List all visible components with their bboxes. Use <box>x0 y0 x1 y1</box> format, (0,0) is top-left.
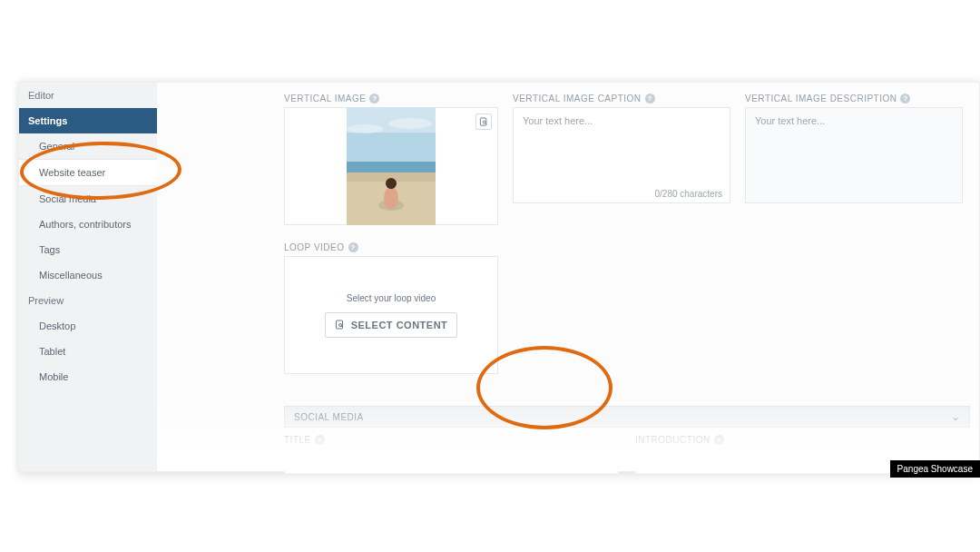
vertical-description-field: VERTICAL IMAGE DESCRIPTION ? Your text h… <box>745 94 963 225</box>
label-text: VERTICAL IMAGE DESCRIPTION <box>745 94 897 104</box>
sidebar-item-tags[interactable]: Tags <box>19 237 157 262</box>
svg-point-6 <box>347 124 383 133</box>
label-text: INTRODUCTION <box>635 435 710 445</box>
sidebar-item-label: General <box>39 141 74 152</box>
app-frame: Editor Settings General Website teaser S… <box>18 82 980 472</box>
sidebar-header-preview: Preview <box>19 288 157 313</box>
svg-rect-7 <box>347 162 436 172</box>
sidebar-item-tablet[interactable]: Tablet <box>19 339 157 364</box>
sidebar-item-label: Settings <box>28 115 67 126</box>
image-search-button[interactable] <box>475 113 492 130</box>
help-icon[interactable]: ? <box>714 435 724 445</box>
loop-video-hint: Select your loop video <box>347 293 436 303</box>
vertical-description-input[interactable]: Your text here... <box>745 107 963 203</box>
svg-point-11 <box>384 187 398 209</box>
sidebar-item-social-media[interactable]: Social media <box>19 186 157 212</box>
vertical-image-field: VERTICAL IMAGE ? <box>284 94 498 225</box>
placeholder-text: Your text here... <box>746 108 962 133</box>
sidebar-item-authors[interactable]: Authors, contributors <box>19 212 157 237</box>
svg-point-5 <box>388 118 432 129</box>
help-icon[interactable]: ? <box>645 94 655 104</box>
char-count: 0/280 characters <box>655 189 723 199</box>
vertical-image-thumbnail <box>347 107 436 225</box>
title-label: TITLE ? <box>284 435 619 445</box>
main-panel: VERTICAL IMAGE ? <box>157 83 979 471</box>
faded-section: TITLE ? Your text here... INTRODUCTION ?… <box>284 435 970 474</box>
sidebar-item-label: Mobile <box>39 371 68 382</box>
sidebar: Editor Settings General Website teaser S… <box>19 83 157 471</box>
help-icon[interactable]: ? <box>369 94 379 104</box>
magnify-file-icon <box>335 320 346 330</box>
sidebar-item-general[interactable]: General <box>19 133 157 159</box>
sidebar-item-label: Authors, contributors <box>39 219 132 230</box>
placeholder-text: Your text here... <box>285 449 618 475</box>
sidebar-item-misc[interactable]: Miscellaneous <box>19 262 157 288</box>
sidebar-item-label: Tablet <box>39 346 65 357</box>
placeholder-text: Your text here... <box>514 108 730 133</box>
button-label: SELECT CONTENT <box>351 320 448 330</box>
sidebar-item-settings[interactable]: Settings <box>19 108 157 133</box>
magnify-file-icon <box>479 117 489 127</box>
sidebar-item-label: Website teaser <box>39 167 105 178</box>
loop-video-label: LOOP VIDEO ? <box>284 242 498 252</box>
sidebar-item-desktop[interactable]: Desktop <box>19 313 157 339</box>
loop-video-box: Select your loop video SELECT CONTENT <box>284 256 498 374</box>
vertical-caption-label: VERTICAL IMAGE CAPTION ? <box>513 94 730 104</box>
sidebar-item-label: Miscellaneous <box>39 270 103 281</box>
vertical-caption-input[interactable]: Your text here... 0/280 characters <box>513 107 730 203</box>
social-media-accordion[interactable]: SOCIAL MEDIA ⌄ <box>284 406 970 428</box>
label-text: LOOP VIDEO <box>284 242 345 252</box>
select-content-button[interactable]: SELECT CONTENT <box>325 312 458 338</box>
vertical-caption-field: VERTICAL IMAGE CAPTION ? Your text here.… <box>513 94 730 225</box>
label-text: VERTICAL IMAGE CAPTION <box>513 94 642 104</box>
help-icon[interactable]: ? <box>348 242 358 252</box>
vertical-image-row: VERTICAL IMAGE ? <box>284 94 970 225</box>
sidebar-item-label: Tags <box>39 244 60 255</box>
sidebar-item-website-teaser[interactable]: Website teaser <box>19 159 157 186</box>
label-text: TITLE <box>284 435 311 445</box>
sidebar-item-label: Social media <box>39 193 96 204</box>
help-icon[interactable]: ? <box>900 94 910 104</box>
intro-label: INTRODUCTION ? <box>635 435 970 445</box>
loop-video-field: LOOP VIDEO ? Select your loop video SELE… <box>284 242 498 374</box>
brand-badge: Pangea Showcase <box>890 460 980 478</box>
label-text: VERTICAL IMAGE <box>284 94 366 104</box>
vertical-image-label: VERTICAL IMAGE ? <box>284 94 498 104</box>
sidebar-item-label: Desktop <box>39 320 75 331</box>
help-icon[interactable]: ? <box>315 435 325 445</box>
accordion-label: SOCIAL MEDIA <box>294 412 364 422</box>
vertical-description-label: VERTICAL IMAGE DESCRIPTION ? <box>745 94 963 104</box>
chevron-down-icon: ⌄ <box>951 410 961 423</box>
title-input[interactable]: Your text here... <box>284 448 619 474</box>
sidebar-item-mobile[interactable]: Mobile <box>19 364 157 389</box>
title-field: TITLE ? Your text here... <box>284 435 619 474</box>
sidebar-header-editor: Editor <box>19 83 157 108</box>
vertical-image-box[interactable] <box>284 107 498 225</box>
